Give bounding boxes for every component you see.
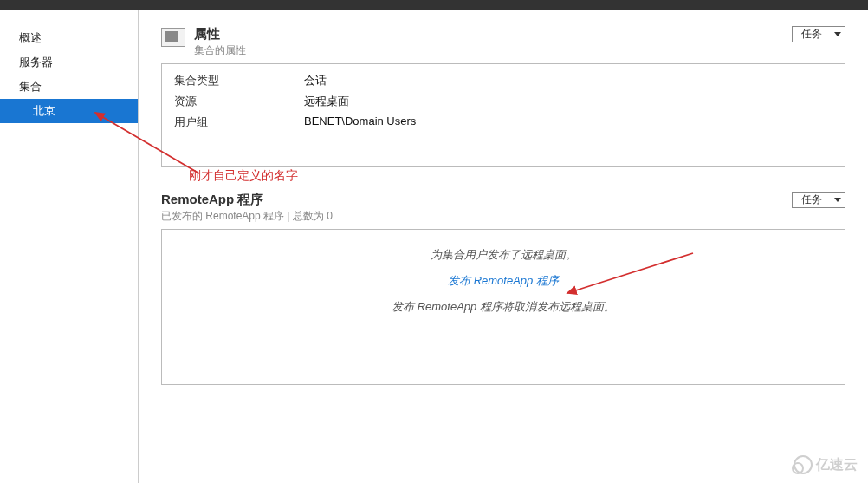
remoteapp-message-warning: 发布 RemoteApp 程序将取消发布远程桌面。 — [174, 299, 832, 315]
remoteapp-box: 为集合用户发布了远程桌面。 发布 RemoteApp 程序 发布 RemoteA… — [161, 229, 845, 385]
sidebar: 概述 服务器 集合 北京 — [0, 10, 139, 483]
sidebar-item-collections[interactable]: 集合 — [0, 75, 138, 99]
chevron-down-icon — [834, 198, 841, 202]
property-label: 集合类型 — [174, 73, 304, 88]
property-row: 集合类型 会话 — [174, 73, 832, 88]
properties-tasks-label: 任务 — [801, 27, 822, 42]
properties-section: 属性 集合的属性 任务 集合类型 会话 资源 远程桌面 — [161, 26, 845, 167]
remoteapp-tasks-label: 任务 — [801, 193, 822, 207]
window-titlebar — [0, 0, 868, 10]
remoteapp-tasks-dropdown[interactable]: 任务 — [792, 192, 845, 208]
remoteapp-section: RemoteApp 程序 已发布的 RemoteApp 程序 | 总数为 0 任… — [161, 192, 845, 385]
property-value: BENET\Domain Users — [304, 114, 416, 130]
chevron-down-icon — [834, 32, 841, 36]
properties-icon — [161, 28, 185, 47]
publish-remoteapp-link[interactable]: 发布 RemoteApp 程序 — [448, 273, 559, 289]
watermark-text: 亿速云 — [816, 456, 858, 474]
properties-box: 集合类型 会话 资源 远程桌面 用户组 BENET\Domain Users — [161, 63, 845, 167]
sidebar-item-overview[interactable]: 概述 — [0, 26, 138, 50]
annotation-text: 刚才自己定义的名字 — [189, 168, 298, 184]
property-row: 用户组 BENET\Domain Users — [174, 114, 832, 130]
main-content: 属性 集合的属性 任务 集合类型 会话 资源 远程桌面 — [139, 10, 868, 483]
property-value: 会话 — [304, 73, 327, 88]
property-row: 资源 远程桌面 — [174, 94, 832, 109]
sidebar-item-servers[interactable]: 服务器 — [0, 50, 138, 75]
sidebar-item-beijing[interactable]: 北京 — [0, 99, 138, 123]
property-label: 用户组 — [174, 114, 304, 130]
properties-tasks-dropdown[interactable]: 任务 — [792, 26, 845, 42]
remoteapp-title: RemoteApp 程序 — [161, 192, 333, 208]
property-value: 远程桌面 — [304, 94, 349, 109]
remoteapp-subtitle: 已发布的 RemoteApp 程序 | 总数为 0 — [161, 209, 333, 224]
properties-title: 属性 — [194, 26, 246, 42]
property-label: 资源 — [174, 94, 304, 109]
remoteapp-message-published: 为集合用户发布了远程桌面。 — [174, 247, 832, 263]
watermark-logo-icon — [794, 455, 813, 474]
properties-subtitle: 集合的属性 — [194, 43, 246, 58]
watermark: 亿速云 — [794, 455, 858, 474]
